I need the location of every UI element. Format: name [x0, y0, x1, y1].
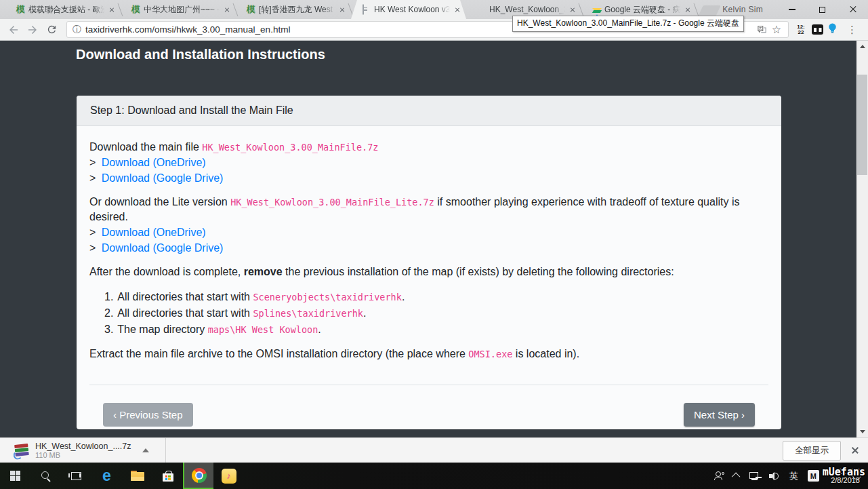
microsoft-store-button[interactable]: [152, 463, 183, 489]
shelf-divider: [165, 438, 166, 463]
chrome-icon: [192, 468, 207, 483]
tab-hk-west-kowloon-manual[interactable]: HK West Kowloon v3.0: [351, 0, 466, 19]
taskbar-search-button[interactable]: [30, 463, 61, 489]
tab-close-icon[interactable]: [337, 5, 347, 14]
network-button[interactable]: [745, 463, 764, 489]
onedrive-main-link[interactable]: Download (OneDrive): [102, 157, 206, 168]
scroll-up-button[interactable]: [856, 41, 868, 52]
extract-paragraph: Extract the main file archive to the OMS…: [89, 347, 768, 361]
directory-path: Sceneryobjects\taxidriverhk: [253, 292, 401, 302]
step-card-header: Step 1: Download and Install the Main Fi…: [77, 96, 781, 126]
task-view-button[interactable]: [61, 463, 91, 489]
tab-forum-support[interactable]: 模 模载聯合支援站 - 歐洲-: [5, 0, 121, 19]
gdrive-main-link[interactable]: Download (Google Drive): [102, 172, 224, 184]
page-heading: Download and Installation Instructions: [76, 47, 325, 62]
triangle-down-icon: [860, 430, 865, 433]
translate-icon[interactable]: [754, 22, 769, 37]
remove-emphasis: remove: [244, 266, 283, 277]
start-button[interactable]: [0, 463, 30, 489]
profile-name[interactable]: Kelvin Sim: [722, 5, 763, 14]
ime-indicator[interactable]: M: [803, 463, 824, 489]
forum-favicon-icon: 模: [16, 5, 26, 14]
folder-icon: [131, 471, 144, 481]
tab-west-kowloon-forum[interactable]: 模 [转]香港西九龙 West K: [236, 0, 351, 19]
forward-button[interactable]: [23, 20, 42, 39]
back-arrow-icon: [7, 24, 20, 36]
clock-extension-icon[interactable]: 12: 22: [794, 24, 808, 35]
download-link-row: > Download (OneDrive): [89, 155, 768, 170]
window-controls: [777, 0, 868, 19]
scrollbar-thumb[interactable]: [857, 75, 867, 175]
windows-taskbar: e ♪ 英 M 12:22 PM 2/8/2018 mUefans: [0, 463, 868, 489]
tray-overflow-button[interactable]: [729, 463, 745, 489]
next-step-button[interactable]: Next Step ›: [684, 403, 755, 427]
people-icon: [714, 471, 724, 480]
directory-path: maps\HK West Kowloon: [208, 324, 318, 335]
page-title-clipped: HK West Kowloon 3.00: [76, 41, 237, 44]
tab-close-icon[interactable]: [568, 5, 577, 14]
maximize-icon: [819, 7, 825, 13]
file-explorer-button[interactable]: [122, 463, 152, 489]
step-card-footer: ‹ Previous Step Next Step ›: [89, 385, 768, 427]
music-app-button[interactable]: ♪: [213, 463, 244, 489]
reload-button[interactable]: [42, 20, 61, 39]
downloaded-file-item[interactable]: HK_West_Kowloon_....7z 110 MB: [8, 440, 161, 461]
close-window-button[interactable]: [838, 0, 868, 19]
directory-path: Splines\taxidriverhk: [253, 308, 363, 319]
archive-favicon-icon: [477, 5, 487, 14]
previous-step-button[interactable]: ‹ Previous Step: [103, 403, 193, 427]
show-all-downloads-button[interactable]: 全部显示: [783, 441, 841, 461]
download-link-row: > Download (Google Drive): [89, 170, 768, 186]
search-icon: [41, 471, 51, 482]
bookmark-star-icon[interactable]: ☆: [769, 22, 784, 37]
chrome-taskbar-button[interactable]: [183, 463, 213, 489]
close-icon: [849, 5, 857, 14]
forward-arrow-icon: [26, 24, 39, 36]
tab-close-icon[interactable]: [107, 5, 117, 14]
windows-logo-icon: [10, 471, 20, 481]
list-item: 3.The map directory maps\HK West Kowloon…: [104, 321, 768, 338]
main-file-paragraph: Download the main file HK_West_Kowloon_3…: [89, 140, 768, 155]
lightbulb-extension-icon[interactable]: [827, 22, 838, 37]
people-button[interactable]: [709, 463, 729, 489]
system-tray: 英 M 12:22 PM 2/8/2018 mUefans: [709, 463, 868, 489]
step-card: Step 1: Download and Install the Main Fi…: [77, 96, 781, 429]
edge-button[interactable]: e: [91, 463, 122, 489]
task-view-icon: [71, 472, 81, 480]
new-tab-button[interactable]: [698, 5, 720, 16]
omsi-exe-name: OMSI.exe: [468, 349, 512, 359]
download-filename: HK_West_Kowloon_....7z: [35, 442, 131, 451]
download-options-caret-icon[interactable]: [142, 448, 149, 452]
minimize-icon: [789, 9, 795, 10]
volume-button[interactable]: [764, 463, 785, 489]
gdrive-lite-link[interactable]: Download (Google Drive): [102, 242, 224, 254]
shelf-right-controls: 全部显示: [783, 441, 868, 461]
maximize-button[interactable]: [807, 0, 838, 19]
reload-icon: [46, 24, 58, 35]
tab-close-icon[interactable]: [683, 5, 693, 14]
list-item: 1.All directories that start with Scener…: [104, 289, 768, 305]
language-indicator[interactable]: 英: [785, 463, 803, 489]
lite-file-name: HK_West_Kowloon_3.00_MainFile_Lite.7z: [230, 197, 434, 208]
dark-extension-icon[interactable]: [812, 24, 823, 35]
tab-close-icon[interactable]: [222, 5, 232, 14]
page-info-icon[interactable]: ⓘ: [73, 24, 81, 36]
triangle-up-icon: [860, 45, 865, 48]
back-button[interactable]: [4, 20, 23, 39]
minimize-button[interactable]: [777, 0, 807, 19]
ethernet-icon: [749, 472, 760, 480]
chrome-menu-icon[interactable]: ⋮: [842, 24, 863, 36]
forum-favicon-icon: 模: [131, 5, 141, 14]
tab-china-map[interactable]: 模 中华大地图广州~~~ -: [121, 0, 236, 19]
onedrive-lite-link[interactable]: Download (OneDrive): [102, 227, 206, 238]
download-filesize: 110 MB: [35, 451, 131, 459]
tab-hover-tooltip: HK_West_Kowloon_3.00_MainFile_Lite.7z - …: [512, 16, 744, 32]
close-shelf-icon[interactable]: [850, 446, 860, 455]
speaker-icon: [769, 471, 780, 481]
lite-file-paragraph: Or download the Lite version HK_West_Kow…: [89, 195, 768, 224]
tab-close-icon[interactable]: [453, 5, 462, 14]
page-scrollbar[interactable]: [856, 41, 868, 437]
scroll-down-button[interactable]: [856, 426, 868, 437]
winrar-archive-icon: [13, 442, 30, 459]
download-link-row: > Download (OneDrive): [89, 224, 768, 240]
